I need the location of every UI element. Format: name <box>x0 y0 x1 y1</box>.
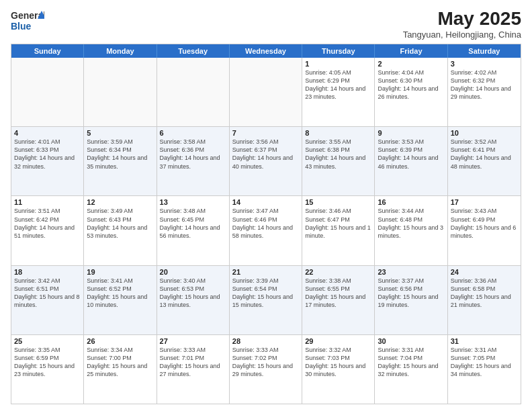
day-cell-25: 25Sunrise: 3:35 AM Sunset: 6:59 PM Dayli… <box>11 335 84 404</box>
day-info: Sunrise: 3:40 AM Sunset: 6:53 PM Dayligh… <box>160 277 226 310</box>
day-cell-28: 28Sunrise: 3:33 AM Sunset: 7:02 PM Dayli… <box>230 335 302 404</box>
day-cell-30: 30Sunrise: 3:31 AM Sunset: 7:04 PM Dayli… <box>375 335 447 404</box>
day-number: 31 <box>451 337 518 345</box>
day-info: Sunrise: 3:31 AM Sunset: 7:05 PM Dayligh… <box>451 346 518 379</box>
day-info: Sunrise: 3:42 AM Sunset: 6:51 PM Dayligh… <box>14 277 81 310</box>
day-cell-21: 21Sunrise: 3:39 AM Sunset: 6:54 PM Dayli… <box>230 266 302 334</box>
day-number: 13 <box>160 198 226 206</box>
logo-svg: General Blue <box>11 8 44 32</box>
day-number: 18 <box>14 268 81 276</box>
day-info: Sunrise: 3:39 AM Sunset: 6:54 PM Dayligh… <box>232 277 299 310</box>
day-info: Sunrise: 3:48 AM Sunset: 6:45 PM Dayligh… <box>160 207 226 240</box>
day-cell-9: 9Sunrise: 3:53 AM Sunset: 6:39 PM Daylig… <box>375 127 447 195</box>
day-number: 28 <box>232 337 299 345</box>
day-number: 22 <box>305 268 371 276</box>
day-number: 27 <box>160 337 226 345</box>
day-cell-13: 13Sunrise: 3:48 AM Sunset: 6:45 PM Dayli… <box>157 196 230 265</box>
day-number: 25 <box>14 337 81 345</box>
day-cell-empty <box>11 58 84 126</box>
day-number: 1 <box>305 60 371 68</box>
day-cell-22: 22Sunrise: 3:38 AM Sunset: 6:55 PM Dayli… <box>302 266 375 334</box>
logo: General Blue <box>11 8 44 32</box>
day-info: Sunrise: 3:58 AM Sunset: 6:36 PM Dayligh… <box>160 138 226 171</box>
day-number: 11 <box>14 198 81 206</box>
day-number: 26 <box>87 337 153 345</box>
day-cell-26: 26Sunrise: 3:34 AM Sunset: 7:00 PM Dayli… <box>84 335 157 404</box>
day-number: 15 <box>305 198 371 206</box>
day-cell-15: 15Sunrise: 3:46 AM Sunset: 6:47 PM Dayli… <box>302 196 375 265</box>
week-row-5: 25Sunrise: 3:35 AM Sunset: 6:59 PM Dayli… <box>11 335 521 404</box>
day-cell-5: 5Sunrise: 3:59 AM Sunset: 6:34 PM Daylig… <box>84 127 157 195</box>
day-cell-29: 29Sunrise: 3:32 AM Sunset: 7:03 PM Dayli… <box>302 335 375 404</box>
day-cell-empty <box>230 58 302 126</box>
day-number: 3 <box>451 60 518 68</box>
day-info: Sunrise: 4:01 AM Sunset: 6:33 PM Dayligh… <box>14 138 81 171</box>
day-number: 4 <box>14 129 81 137</box>
calendar: SundayMondayTuesdayWednesdayThursdayFrid… <box>11 44 521 404</box>
day-headers: SundayMondayTuesdayWednesdayThursdayFrid… <box>11 44 521 58</box>
day-number: 12 <box>87 198 153 206</box>
day-header-sunday: Sunday <box>11 44 84 58</box>
day-info: Sunrise: 4:04 AM Sunset: 6:30 PM Dayligh… <box>378 68 444 101</box>
day-header-saturday: Saturday <box>448 44 521 58</box>
day-header-thursday: Thursday <box>302 44 375 58</box>
day-info: Sunrise: 3:47 AM Sunset: 6:46 PM Dayligh… <box>232 207 299 240</box>
day-info: Sunrise: 3:44 AM Sunset: 6:48 PM Dayligh… <box>378 207 444 240</box>
day-info: Sunrise: 3:34 AM Sunset: 7:00 PM Dayligh… <box>87 346 153 379</box>
svg-text:Blue: Blue <box>11 21 32 32</box>
day-cell-18: 18Sunrise: 3:42 AM Sunset: 6:51 PM Dayli… <box>11 266 84 334</box>
week-row-1: 1Sunrise: 4:05 AM Sunset: 6:29 PM Daylig… <box>11 58 521 127</box>
day-cell-24: 24Sunrise: 3:36 AM Sunset: 6:58 PM Dayli… <box>448 266 521 334</box>
day-info: Sunrise: 3:31 AM Sunset: 7:04 PM Dayligh… <box>378 346 444 379</box>
day-cell-6: 6Sunrise: 3:58 AM Sunset: 6:36 PM Daylig… <box>157 127 230 195</box>
day-cell-3: 3Sunrise: 4:02 AM Sunset: 6:32 PM Daylig… <box>448 58 521 126</box>
day-info: Sunrise: 3:32 AM Sunset: 7:03 PM Dayligh… <box>305 346 371 379</box>
day-cell-empty <box>84 58 157 126</box>
day-cell-31: 31Sunrise: 3:31 AM Sunset: 7:05 PM Dayli… <box>448 335 521 404</box>
day-number: 24 <box>451 268 518 276</box>
day-cell-17: 17Sunrise: 3:43 AM Sunset: 6:49 PM Dayli… <box>448 196 521 265</box>
day-number: 17 <box>451 198 518 206</box>
weeks: 1Sunrise: 4:05 AM Sunset: 6:29 PM Daylig… <box>11 58 521 404</box>
day-number: 6 <box>160 129 226 137</box>
day-cell-empty <box>157 58 230 126</box>
day-cell-19: 19Sunrise: 3:41 AM Sunset: 6:52 PM Dayli… <box>84 266 157 334</box>
day-info: Sunrise: 3:53 AM Sunset: 6:39 PM Dayligh… <box>378 138 444 171</box>
day-info: Sunrise: 3:33 AM Sunset: 7:01 PM Dayligh… <box>160 346 226 379</box>
day-cell-11: 11Sunrise: 3:51 AM Sunset: 6:42 PM Dayli… <box>11 196 84 265</box>
day-info: Sunrise: 3:46 AM Sunset: 6:47 PM Dayligh… <box>305 207 371 240</box>
title-block: May 2025 Tangyuan, Heilongjiang, China <box>403 8 521 40</box>
day-number: 21 <box>232 268 299 276</box>
day-cell-12: 12Sunrise: 3:49 AM Sunset: 6:43 PM Dayli… <box>84 196 157 265</box>
day-number: 9 <box>378 129 444 137</box>
day-cell-20: 20Sunrise: 3:40 AM Sunset: 6:53 PM Dayli… <box>157 266 230 334</box>
day-number: 16 <box>378 198 444 206</box>
day-info: Sunrise: 3:36 AM Sunset: 6:58 PM Dayligh… <box>451 277 518 310</box>
month-year: May 2025 <box>403 8 521 30</box>
location: Tangyuan, Heilongjiang, China <box>403 30 521 40</box>
day-number: 7 <box>232 129 299 137</box>
day-cell-10: 10Sunrise: 3:52 AM Sunset: 6:41 PM Dayli… <box>448 127 521 195</box>
day-cell-14: 14Sunrise: 3:47 AM Sunset: 6:46 PM Dayli… <box>230 196 302 265</box>
day-cell-16: 16Sunrise: 3:44 AM Sunset: 6:48 PM Dayli… <box>375 196 447 265</box>
week-row-2: 4Sunrise: 4:01 AM Sunset: 6:33 PM Daylig… <box>11 127 521 196</box>
day-cell-4: 4Sunrise: 4:01 AM Sunset: 6:33 PM Daylig… <box>11 127 84 195</box>
day-info: Sunrise: 3:33 AM Sunset: 7:02 PM Dayligh… <box>232 346 299 379</box>
day-info: Sunrise: 4:02 AM Sunset: 6:32 PM Dayligh… <box>451 68 518 101</box>
day-info: Sunrise: 3:37 AM Sunset: 6:56 PM Dayligh… <box>378 277 444 310</box>
day-info: Sunrise: 3:59 AM Sunset: 6:34 PM Dayligh… <box>87 138 153 171</box>
day-header-wednesday: Wednesday <box>230 44 302 58</box>
week-row-3: 11Sunrise: 3:51 AM Sunset: 6:42 PM Dayli… <box>11 196 521 265</box>
day-header-friday: Friday <box>375 44 447 58</box>
day-info: Sunrise: 3:49 AM Sunset: 6:43 PM Dayligh… <box>87 207 153 240</box>
header: General Blue May 2025 Tangyuan, Heilongj… <box>11 8 521 40</box>
day-cell-27: 27Sunrise: 3:33 AM Sunset: 7:01 PM Dayli… <box>157 335 230 404</box>
day-info: Sunrise: 3:55 AM Sunset: 6:38 PM Dayligh… <box>305 138 371 171</box>
day-header-tuesday: Tuesday <box>157 44 230 58</box>
day-cell-8: 8Sunrise: 3:55 AM Sunset: 6:38 PM Daylig… <box>302 127 375 195</box>
day-cell-2: 2Sunrise: 4:04 AM Sunset: 6:30 PM Daylig… <box>375 58 447 126</box>
day-number: 30 <box>378 337 444 345</box>
day-number: 29 <box>305 337 371 345</box>
week-row-4: 18Sunrise: 3:42 AM Sunset: 6:51 PM Dayli… <box>11 266 521 335</box>
page: General Blue May 2025 Tangyuan, Heilongj… <box>0 0 532 411</box>
